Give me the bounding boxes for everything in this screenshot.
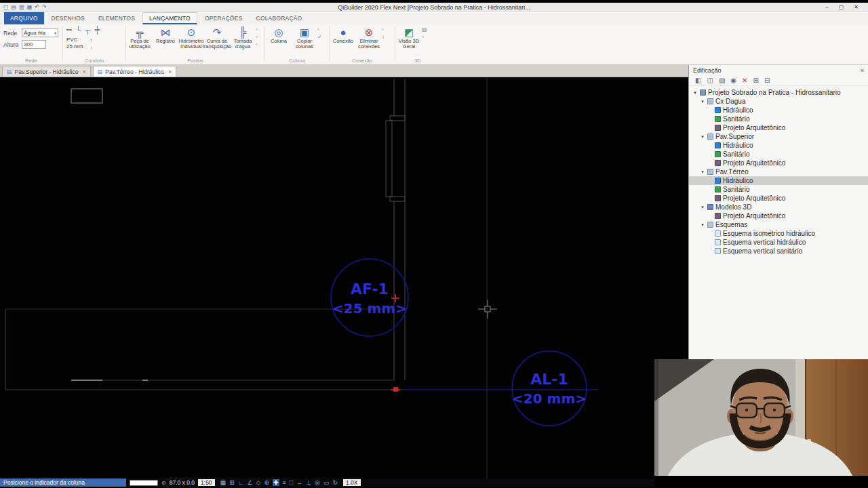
tree-item-projeto-arquitetonico[interactable]: Projeto Arquitetônico (689, 211, 868, 220)
tree-item-hidraulico[interactable]: Hidráulico (689, 106, 868, 115)
orbit-icon[interactable]: ◎ (315, 479, 320, 486)
redo-icon[interactable]: ↷ (42, 4, 47, 10)
expand-arrow-icon[interactable]: ▾ (700, 222, 705, 228)
document-tab-pav-terreo-hidraulico[interactable]: ▤Pav.Térreo - Hidráulico× (93, 66, 177, 77)
minimize-button[interactable]: – (825, 4, 828, 10)
open-file-icon[interactable]: ▤ (12, 4, 17, 10)
scale-indicator[interactable]: 1:50 (198, 479, 215, 486)
tree-item-hidraulico[interactable]: Hidráulico (689, 141, 868, 150)
tree-item-sanitario[interactable]: Sanitário (689, 185, 868, 194)
tree-view-icon[interactable]: ▤ (719, 77, 725, 84)
view-3d-button[interactable]: ◩Visão 3D Geral (396, 26, 422, 49)
perpendicular-icon[interactable]: ⊥ (306, 479, 311, 486)
column-check-icon[interactable]: ✓ (317, 35, 322, 40)
column-button[interactable]: ◎Coluna (266, 26, 292, 49)
tree-item-cx-dagua[interactable]: ▾Cx Dagua (689, 97, 868, 106)
point-delete-icon[interactable]: ▫ (256, 42, 258, 47)
tree-item-hidraulico[interactable]: Hidráulico (689, 176, 868, 185)
pipe-icon[interactable]: ═ (66, 26, 72, 34)
close-tab-icon[interactable]: × (82, 68, 85, 75)
tree-item-projeto-arquitetonico[interactable]: Projeto Arquitetônico (689, 159, 868, 167)
close-view-icon[interactable]: ✕ (742, 77, 747, 84)
snap-icon[interactable]: ⊞ (229, 479, 235, 486)
document-tab-pav-superior-hidraulico[interactable]: ▤Pav.Superior - Hidráulico× (2, 66, 91, 77)
expand-arrow-icon[interactable]: ▾ (700, 205, 705, 210)
connection-button[interactable]: ●Conexão (330, 26, 356, 49)
point-edit-icon[interactable]: ▫ (256, 35, 258, 40)
refresh-icon[interactable]: ↻ (332, 479, 338, 486)
tree-item-modelos-3d[interactable]: ▾Modelos 3D (689, 203, 868, 211)
utilization-piece-button[interactable]: ╦Peça de utilização (127, 26, 153, 49)
tree-item-esquema-isometrico-hidraulico[interactable]: Esquema isométrico hidráulico (689, 229, 868, 238)
expand-arrow-icon[interactable]: ▾ (700, 169, 705, 175)
tree-item-sanitario[interactable]: Sanitário (689, 150, 868, 159)
tree-item-projeto-arquitetonico[interactable]: Projeto Arquitetônico (689, 194, 868, 203)
water-intake-button[interactable]: ╠Tomada d'água (230, 26, 256, 49)
point-list-icon[interactable]: ▫ (256, 27, 258, 33)
connection-options-icon[interactable]: ▫ (382, 27, 384, 33)
expand-all-icon[interactable]: ⊞ (753, 77, 758, 84)
ribbon-tab-desenhos[interactable]: DESENHOS (45, 12, 91, 24)
status-input[interactable] (130, 480, 158, 486)
register-valve-button[interactable]: ⋈Registro (153, 26, 178, 49)
tree-item-esquema-vertical-hidraulico[interactable]: Esquema vertical hidráulico (689, 238, 868, 247)
save-icon[interactable]: ▥ (19, 4, 24, 10)
tree-item-pav-terreo[interactable]: ▾Pav.Térreo (689, 167, 868, 176)
ribbon-tab-arquivo[interactable]: ARQUIVO (4, 12, 44, 24)
expand-arrow-icon[interactable]: ▾ (700, 134, 705, 140)
ribbon-tab-elementos[interactable]: ELEMENTOS (92, 12, 141, 24)
maximize-button[interactable]: ▢ (839, 4, 844, 10)
zoom-indicator[interactable]: 1.0X (343, 479, 361, 486)
rede-select[interactable]: Água fria ▾ (22, 28, 58, 37)
tree-item-sanitario[interactable]: Sanitário (689, 115, 868, 123)
3d-settings-icon[interactable]: ▤ (422, 27, 427, 33)
undo-icon[interactable]: ↶ (35, 4, 39, 10)
expand-arrow-icon[interactable]: ▾ (692, 90, 698, 96)
panel-close-icon[interactable]: × (861, 67, 864, 74)
register-valve-icon: ⋈ (161, 26, 171, 38)
crosshair-icon[interactable]: ✚ (273, 479, 279, 486)
new-file-icon[interactable]: ▢ (3, 4, 9, 10)
collapse-all-icon[interactable]: ⊟ (764, 77, 770, 84)
transposition-curve-button[interactable]: ↷Curva de transposição (204, 26, 230, 49)
3d-layers-icon[interactable]: ▫ (422, 35, 427, 40)
altura-input[interactable]: 300 (22, 40, 46, 49)
ribbon-tab-operacoes[interactable]: OPERAÇÕES (199, 12, 249, 24)
coupling-icon[interactable]: ╪ (94, 26, 100, 34)
elbow-icon[interactable]: └ (76, 26, 81, 34)
pan-icon[interactable]: ↔ (296, 479, 302, 486)
tree-item-projeto-arquitetonico[interactable]: Projeto Arquitetônico (689, 123, 868, 132)
layers-icon[interactable]: ≡ (283, 479, 286, 486)
polar-icon[interactable]: ∠ (247, 479, 252, 486)
ortho-icon[interactable]: ∟ (238, 479, 244, 486)
drawing-canvas[interactable]: AF-1 <25 mm> AL-1 <20 mm> (0, 77, 688, 479)
object-snap-icon[interactable]: ◇ (256, 479, 261, 486)
close-tab-icon[interactable]: × (168, 68, 172, 75)
close-button[interactable]: ✕ (854, 4, 859, 10)
object-track-icon[interactable]: ⊕ (264, 479, 269, 486)
zoom-window-icon[interactable]: □ (290, 479, 293, 486)
tile-windows-icon[interactable]: ◫ (707, 77, 713, 84)
print-icon[interactable]: ▦ (27, 4, 33, 10)
extents-icon[interactable]: ▭ (323, 479, 330, 486)
ribbon-tab-colaboracao[interactable]: COLABORAÇÃO (250, 12, 309, 24)
conduit-up-icon[interactable]: ↑ (90, 38, 92, 43)
conduit-down-icon[interactable]: ↓ (90, 45, 92, 51)
copy-columns-button[interactable]: ▣Copiar colunas (292, 26, 317, 49)
water-meter-button[interactable]: ⊙Hidrômetro individual (178, 26, 204, 49)
tree-item-projeto-sobrado-na-pratica-hidrossanitario[interactable]: ▾Projeto Sobrado na Pratica - Hidrossani… (689, 88, 868, 97)
tree-item-esquema-vertical-sanitario[interactable]: Esquema vertical sanitário (689, 247, 868, 256)
window-controls: –▢✕ (825, 4, 868, 10)
tree-item-pav-superior[interactable]: ▾Pav.Superior (689, 132, 868, 141)
grid-icon[interactable]: ▦ (220, 479, 226, 486)
column-options-icon[interactable]: ▫ (317, 27, 322, 33)
cad-drawing[interactable]: AF-1 <25 mm> AL-1 <20 mm> (0, 77, 688, 479)
ribbon-tab-lancamento[interactable]: LANÇAMENTO (142, 12, 197, 24)
tree-item-esquemas[interactable]: ▾Esquemas (689, 220, 868, 229)
tee-icon[interactable]: ┬ (85, 26, 91, 34)
pin-panel-icon[interactable]: ◉ (730, 77, 736, 84)
connection-apply-icon[interactable]: ↓ (382, 35, 384, 40)
dock-window-icon[interactable]: ◧ (695, 77, 701, 84)
delete-connections-button[interactable]: ⊗Eliminar conexões (356, 26, 382, 49)
expand-arrow-icon[interactable]: ▾ (700, 99, 705, 104)
